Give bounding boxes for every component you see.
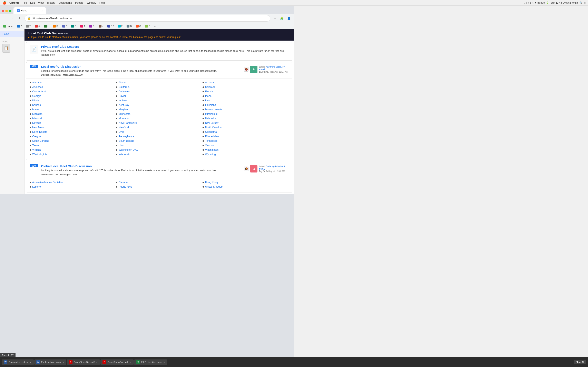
state-link-wisconsin[interactable]: Wisconsin: [116, 152, 202, 157]
state-link-illinois[interactable]: Illinois: [30, 98, 116, 103]
state-link-arizona[interactable]: Arizona: [203, 80, 289, 85]
state-link-indiana[interactable]: Indiana: [116, 98, 202, 103]
state-link-mississippi[interactable]: Mississippi: [203, 112, 289, 116]
bookmark-3[interactable]: A: [33, 24, 42, 28]
taskbar-item-4[interactable]: P Case-Study-Sa....pdf ∧: [100, 359, 134, 365]
close-button[interactable]: [2, 10, 4, 12]
star-icon[interactable]: ☆: [272, 16, 278, 21]
region-link-australian-marine-societies[interactable]: Australian Marine Societies: [30, 180, 116, 184]
forward-button[interactable]: ›: [10, 16, 16, 21]
bookmark-4[interactable]: L: [43, 24, 51, 28]
mute-button[interactable]: 🔕: [244, 67, 249, 72]
private-section-title[interactable]: Private Reef Club Leaders: [41, 45, 289, 48]
state-link-virginia[interactable]: Virginia: [30, 148, 116, 152]
menu-bookmarks[interactable]: Bookmarks: [59, 1, 72, 4]
menu-history[interactable]: History: [47, 1, 55, 4]
minimize-button[interactable]: [5, 10, 8, 12]
bookmark-8[interactable]: A: [79, 24, 87, 28]
menu-help[interactable]: Help: [99, 1, 105, 4]
bookmark-more[interactable]: »: [153, 25, 157, 28]
taskbar-item-3[interactable]: P Case-Study-Sa....pdf ∧: [67, 359, 100, 365]
maximize-button[interactable]: [9, 10, 11, 12]
extensions-icon[interactable]: 🧩: [279, 16, 285, 21]
state-link-ohio[interactable]: Ohio: [116, 130, 202, 134]
menu-window[interactable]: Window: [86, 1, 96, 4]
state-link-iowa[interactable]: Iowa: [203, 98, 289, 103]
state-link-montana[interactable]: Montana: [116, 116, 202, 121]
bookmark-11[interactable]: F (: [106, 24, 115, 28]
bookmark-15[interactable]: C: [143, 24, 152, 28]
state-link-wyoming[interactable]: Wyoming: [203, 152, 289, 157]
state-link-missouri[interactable]: Missouri: [30, 116, 116, 121]
state-link-delaware[interactable]: Delaware: [116, 89, 202, 94]
state-link-colorado[interactable]: Colorado: [203, 85, 289, 89]
menu-people[interactable]: People: [75, 1, 83, 4]
bookmark-5[interactable]: D: [51, 24, 60, 28]
state-link-rhode-island[interactable]: Rhode Island: [203, 134, 289, 139]
state-link-idaho[interactable]: Idaho: [203, 94, 289, 98]
state-link-new-jersey[interactable]: New Jersey: [203, 121, 289, 125]
state-link-south-dakota[interactable]: South Dakota: [116, 139, 202, 143]
state-link-massachusetts[interactable]: Massachusetts: [203, 107, 289, 112]
back-button[interactable]: ‹: [2, 16, 8, 21]
sidebar-item-home[interactable]: Home: [0, 31, 24, 37]
state-link-maryland[interactable]: Maryland: [116, 107, 202, 112]
state-link-new-mexico[interactable]: New Mexico: [30, 125, 116, 130]
apple-menu[interactable]: 🍎: [2, 1, 7, 5]
state-link-louisiana[interactable]: Louisiana: [203, 103, 289, 107]
global-section-title[interactable]: Global Local Reef Club Discussion: [41, 164, 241, 168]
bookmark-7[interactable]: P: [69, 24, 78, 28]
bookmark-14[interactable]: C: [134, 24, 143, 28]
state-link-oklahoma[interactable]: Oklahoma: [203, 130, 289, 134]
menu-file[interactable]: File: [23, 1, 27, 4]
url-bar[interactable]: 🔒 https://www.reef2reef.com/forums/: [25, 15, 270, 22]
region-link-lebanon[interactable]: Lebanon: [30, 184, 116, 189]
state-link-texas[interactable]: Texas: [30, 143, 116, 148]
state-link-minnesota[interactable]: Minnesota: [116, 112, 202, 116]
bookmark-10[interactable]: p: [97, 24, 105, 28]
state-link-connecticut[interactable]: Connecticut: [30, 89, 116, 94]
state-link-arkansas[interactable]: Arkansas: [30, 85, 116, 89]
taskbar-item-2[interactable]: W Eaglemat.co....docx ∧: [34, 359, 67, 365]
state-link-tennessee[interactable]: Tennessee: [203, 139, 289, 143]
menu-chrome[interactable]: Chrome: [9, 1, 19, 4]
bookmark-home[interactable]: Home: [2, 24, 15, 28]
new-tab-button[interactable]: +: [48, 8, 50, 14]
bookmark-2[interactable]: T: [24, 24, 33, 28]
region-link-puerto-rico[interactable]: Puerto Rico: [116, 184, 202, 189]
state-link-florida[interactable]: Florida: [203, 89, 289, 94]
tab-close-icon[interactable]: ×: [41, 9, 43, 12]
state-link-new-york[interactable]: New York: [116, 125, 202, 130]
state-link-kansas[interactable]: Kansas: [30, 103, 116, 107]
reload-button[interactable]: ↻: [17, 16, 23, 21]
region-link-hong-kong[interactable]: Hong Kong: [203, 180, 289, 184]
state-link-north-carolina[interactable]: North Carolina: [203, 125, 289, 130]
state-link-pennsylvania[interactable]: Pennsylvania: [116, 134, 202, 139]
state-link-alabama[interactable]: Alabama: [30, 80, 116, 85]
profile-icon[interactable]: 👤: [286, 16, 292, 21]
state-link-west-virginia[interactable]: West Virginia: [30, 152, 116, 157]
menu-view[interactable]: View: [38, 1, 44, 4]
state-link-california[interactable]: California: [116, 85, 202, 89]
bookmark-1[interactable]: 2: [16, 24, 24, 28]
bookmark-9[interactable]: C: [87, 24, 96, 28]
taskbar-item-5[interactable]: X 2X Project Alu....xlsx ∧: [134, 359, 167, 365]
state-link-utah[interactable]: Utah: [116, 143, 202, 148]
state-link-nevada[interactable]: Nevada: [30, 121, 116, 125]
state-link-georgia[interactable]: Georgia: [30, 94, 116, 98]
region-link-canada[interactable]: Canada: [116, 180, 202, 184]
state-link-washington[interactable]: Washington: [203, 148, 289, 152]
state-link-new-hampshire[interactable]: New Hampshire: [116, 121, 202, 125]
state-link-michigan[interactable]: Michigan: [30, 112, 116, 116]
active-tab[interactable]: R Home ×: [13, 7, 46, 14]
state-link-south-carolina[interactable]: South Carolina: [30, 139, 116, 143]
bookmark-6[interactable]: 2: [61, 24, 69, 28]
bookmark-13[interactable]: B: [125, 24, 133, 28]
state-link-oregon[interactable]: Oregon: [30, 134, 116, 139]
state-link-washington-d.c.[interactable]: Washington D.C.: [116, 148, 202, 152]
local-section-title[interactable]: Local Reef Club Discussion: [41, 65, 241, 68]
state-link-vermont[interactable]: Vermont: [203, 143, 289, 148]
state-link-hawaii[interactable]: Hawaii: [116, 94, 202, 98]
taskbar-item-1[interactable]: W Eaglemat.co....docx ∧: [2, 359, 34, 365]
state-link-maine[interactable]: Maine: [30, 107, 116, 112]
